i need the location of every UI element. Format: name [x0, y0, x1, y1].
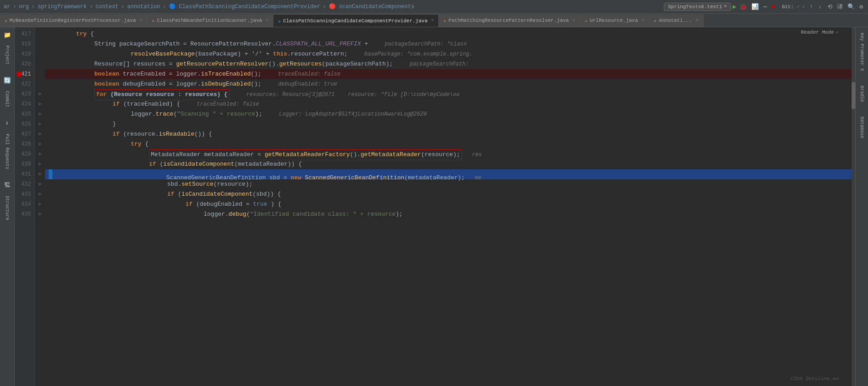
- settings-icon[interactable]: ⚙: [858, 3, 864, 10]
- main-area: 📁 Project 🔄 Commit ⬇ Pull Requests 🏗 Str…: [0, 27, 868, 386]
- code-line-429: MetadataReader metadataReader = getMetad…: [45, 149, 852, 159]
- code-line-420: Resource[] resources = getResourcePatter…: [45, 59, 852, 69]
- tab-java-icon: ☕: [5, 18, 7, 23]
- breadcrumb-class[interactable]: 🔵 ClassPathScanningCandidateComponentPro…: [169, 3, 320, 10]
- line-418: 418: [15, 39, 35, 49]
- git-check1: ✓: [796, 4, 800, 10]
- tab-close-icon[interactable]: ×: [572, 18, 575, 23]
- code-line-434: if (debugEnabled = true ) {: [45, 199, 852, 209]
- tab-pathmatching[interactable]: ☕ PathMatchingResourcePatternResolver.ja…: [439, 14, 580, 27]
- code-line-431: ScannedGenericBeanDefinition sbd = new S…: [45, 169, 852, 179]
- tab-label: PathMatchingResourcePatternResolver.java: [448, 18, 569, 23]
- git-history[interactable]: ⟲: [826, 3, 834, 10]
- tab-annot[interactable]: ☕ Annotati... ×: [649, 14, 704, 27]
- scrollbar-thumb[interactable]: [852, 82, 855, 109]
- line-numbers: 417 418 419 420 421 422 423 424 425 426 …: [15, 27, 35, 386]
- tab-java-icon: ☕: [152, 18, 154, 23]
- line-430: 430: [15, 159, 35, 169]
- git-label: Git:: [782, 4, 794, 10]
- more-run-button[interactable]: ⋯: [762, 3, 768, 10]
- line-433: 433: [15, 189, 35, 199]
- line-425: 425: [15, 109, 35, 119]
- watermark: CSDN @skyline_wa: [791, 376, 839, 381]
- breadcrumb-springframework[interactable]: springframework: [37, 4, 87, 10]
- sidebar-label-project[interactable]: Project: [5, 46, 10, 65]
- breadcrumb-ar[interactable]: ar: [4, 4, 10, 10]
- sidebar-label-pullrequests[interactable]: Pull Requests: [5, 134, 10, 169]
- line-428: 428: [15, 139, 35, 149]
- sidebar-item-structure[interactable]: 🏗: [1, 179, 13, 191]
- line-427: 427: [15, 129, 35, 139]
- tab-label: ClassPathBeanDefinitionScanner.java: [157, 18, 262, 23]
- line-434: 434: [15, 199, 35, 209]
- breadcrumb-method[interactable]: 🔴 scanCandidateComponents: [329, 3, 415, 10]
- code-editor[interactable]: Reader Mode ✓ 417 418 419 420 421 422 42…: [15, 27, 855, 386]
- breakpoint-dot-421: [16, 71, 22, 77]
- tab-mybeandef[interactable]: ☕ MyBeanDefinitionRegisterPostProcessor.…: [0, 14, 147, 27]
- line-419: 419: [15, 49, 35, 59]
- tab-java-icon: ☕: [443, 18, 446, 23]
- git-push[interactable]: ↑: [808, 3, 815, 10]
- code-line-423: for (Resource resource : resources) { re…: [45, 89, 852, 99]
- gutter: ▷ ▷ ▷ ▷ ▷ ▷ ▷ ▷ ▷ ▷ ▷ ▷ ▷: [35, 27, 45, 386]
- breadcrumb-context[interactable]: context: [96, 4, 118, 10]
- code-line-428: try {: [45, 139, 852, 149]
- tab-java-icon: ☕: [585, 18, 587, 23]
- sidebar-label-database[interactable]: Database: [859, 117, 864, 138]
- tab-label: MyBeanDefinitionRegisterPostProcessor.ja…: [10, 18, 136, 23]
- code-line-419: resolveBasePackage(basePackage) + '/' + …: [45, 49, 852, 59]
- git-check2: ✓: [802, 4, 806, 10]
- sidebar-item-commit[interactable]: 🔄: [1, 75, 13, 86]
- run-config[interactable]: SpringTests6.test1 ▼: [664, 3, 731, 11]
- sidebar-label-gradle[interactable]: Gradle: [859, 86, 864, 102]
- tab-classpathbean[interactable]: ☕ ClassPathBeanDefinitionScanner.java ×: [147, 14, 273, 27]
- tab-bar: ☕ MyBeanDefinitionRegisterPostProcessor.…: [0, 14, 868, 27]
- left-sidebar: 📁 Project 🔄 Commit ⬇ Pull Requests 🏗 Str…: [0, 27, 15, 386]
- tab-close-icon[interactable]: ×: [696, 18, 699, 23]
- breadcrumb-annotation[interactable]: annotation: [127, 4, 160, 10]
- breadcrumb-org[interactable]: org: [19, 4, 29, 10]
- debug-button[interactable]: 🐞: [738, 3, 748, 10]
- run-button[interactable]: ▶: [733, 3, 736, 10]
- sidebar-item-pullrequests[interactable]: ⬇: [1, 117, 13, 129]
- line-431: 431: [15, 169, 35, 179]
- line-422: 422: [15, 79, 35, 89]
- sidebar-label-keypromoter[interactable]: Key Promoter X: [859, 33, 864, 71]
- code-lines[interactable]: try { String packageSearchPath = Resourc…: [45, 27, 852, 386]
- git-section: Git: ✓ ✓ ↑ ↓ ⟲: [782, 3, 834, 10]
- scrollbar[interactable]: [852, 27, 855, 386]
- tab-urlresource[interactable]: ☕ UrlResource.java ×: [580, 14, 649, 27]
- search-icon[interactable]: 🔍: [846, 3, 856, 10]
- line-421: 421: [15, 69, 35, 79]
- right-sidebar: Key Promoter X Gradle Database: [855, 27, 868, 386]
- run-config-label: SpringTests6.test1: [668, 4, 722, 10]
- tab-close-icon[interactable]: ×: [266, 18, 268, 23]
- line-424: 424: [15, 99, 35, 109]
- tab-label: UrlResource.java: [590, 18, 638, 23]
- sidebar-label-commit[interactable]: Commit: [5, 91, 10, 107]
- tab-close-icon[interactable]: ×: [642, 18, 644, 23]
- tab-close-icon[interactable]: ×: [139, 18, 142, 23]
- git-fetch[interactable]: ↓: [817, 3, 823, 10]
- translate-icon[interactable]: 译: [836, 3, 844, 11]
- tab-label: Annotati...: [659, 18, 692, 23]
- code-line-417: try {: [45, 29, 852, 39]
- top-nav: ar › org › springframework › context › a…: [0, 0, 868, 14]
- sidebar-label-structure[interactable]: Structure: [5, 196, 10, 220]
- code-line-425: logger.trace("Scanning " + resource); Lo…: [45, 109, 852, 119]
- code-line-421: boolean traceEnabled = logger.isTraceEna…: [45, 69, 852, 79]
- line-435: 435: [15, 209, 35, 219]
- line-420: 420: [15, 59, 35, 69]
- stop-button[interactable]: ■: [770, 3, 776, 10]
- code-line-435: logger.debug("Identified candidate class…: [45, 209, 852, 219]
- tab-close-icon[interactable]: ×: [431, 18, 434, 23]
- line-429: 429: [15, 149, 35, 159]
- sidebar-item-project[interactable]: 📁: [1, 29, 13, 41]
- code-line-430: if (isCandidateComponent(metadataReader)…: [45, 159, 852, 169]
- coverage-button[interactable]: 📊: [750, 3, 760, 10]
- line-432: 432: [15, 179, 35, 189]
- tab-classpathscanning[interactable]: ☕ ClassPathScanningCandidateComponentPro…: [273, 14, 439, 27]
- code-line-432: sbd.setSource(resource);: [45, 179, 852, 189]
- code-line-427: if (resource.isReadable()) {: [45, 129, 852, 139]
- tab-label: ClassPathScanningCandidateComponentProvi…: [283, 18, 427, 24]
